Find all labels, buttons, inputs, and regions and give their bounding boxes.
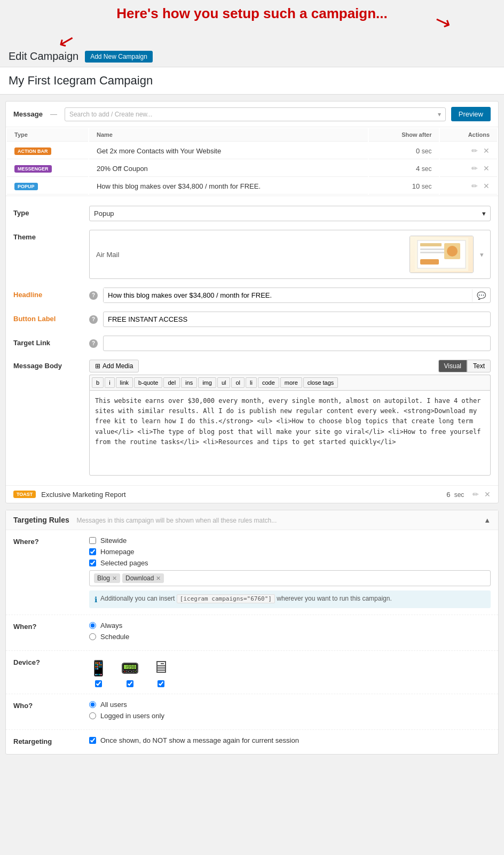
row-type: POPUP <box>7 178 88 195</box>
schedule-label[interactable]: Schedule <box>100 633 129 641</box>
desktop-col: 🖥 <box>152 657 169 687</box>
tablet-checkbox[interactable] <box>127 680 133 687</box>
logged-in-label[interactable]: Logged in users only <box>100 712 164 720</box>
delete-icon[interactable]: ✕ <box>483 146 490 155</box>
editor-btn-b[interactable]: b <box>92 377 104 388</box>
add-media-button[interactable]: ⊞ Add Media <box>89 360 139 372</box>
targeting-title: Targeting Rules <box>13 516 69 524</box>
editor-btn-img[interactable]: img <box>198 377 216 388</box>
target-link-help-icon[interactable]: ? <box>89 339 98 348</box>
desktop-checkbox[interactable] <box>158 680 164 687</box>
svg-rect-4 <box>420 252 447 253</box>
theme-preview-image <box>410 236 474 273</box>
editor-toolbar: bilinkb-quotedelinsimgulollicodemoreclos… <box>89 375 491 390</box>
headline-input[interactable] <box>104 288 472 302</box>
theme-preview-svg <box>415 238 468 271</box>
button-label-input[interactable] <box>103 312 491 327</box>
theme-select[interactable]: Air Mail <box>89 230 491 279</box>
retargeting-checkbox[interactable] <box>89 737 96 744</box>
device-label: Device? <box>13 657 83 666</box>
headline-help-icon[interactable]: ? <box>89 291 98 300</box>
toast-row: TOAST Exclusive Marketing Report 6 sec ✏… <box>6 485 498 503</box>
row-show-after: 0 sec <box>369 143 439 159</box>
delete-icon[interactable]: ✕ <box>483 182 490 190</box>
message-body-row: Message Body ⊞ Add Media Visual Text bil… <box>6 355 498 480</box>
logged-in-radio[interactable] <box>89 712 96 719</box>
svg-rect-2 <box>420 243 442 246</box>
editor-btn-ol[interactable]: ol <box>231 377 245 388</box>
tag-blog-label: Blog <box>97 574 110 582</box>
schedule-row: Schedule <box>89 633 491 641</box>
target-link-input[interactable] <box>103 336 491 351</box>
editor-btn-close-tags[interactable]: close tags <box>303 377 338 388</box>
type-select[interactable]: Popup ▾ <box>89 206 491 221</box>
sitewide-label[interactable]: Sitewide <box>100 537 127 545</box>
tag-download-remove[interactable]: ✕ <box>156 575 161 582</box>
sitewide-checkbox[interactable] <box>89 537 96 544</box>
add-new-campaign-button[interactable]: Add New Campaign <box>85 51 153 63</box>
editor-btn-i[interactable]: i <box>105 377 114 388</box>
editor-btn-more[interactable]: more <box>280 377 302 388</box>
tag-download-label: Download <box>125 574 154 582</box>
code-snippet: [icegram campaigns="6760"] <box>177 594 275 603</box>
annotation-text: Here's how you setup such a campaign... <box>0 5 504 22</box>
mobile-checkbox[interactable] <box>95 680 102 687</box>
edit-icon[interactable]: ✏ <box>471 164 478 173</box>
theme-arrow: ▾ <box>480 251 484 259</box>
editor-btn-b-quote[interactable]: b-quote <box>134 377 162 388</box>
campaign-name: My First Icegram Campaign <box>9 74 153 87</box>
preview-button[interactable]: Preview <box>451 107 491 121</box>
retargeting-text[interactable]: Once shown, do NOT show a message again … <box>100 736 299 744</box>
row-name: 20% Off Coupon <box>89 160 368 177</box>
editor-btn-link[interactable]: link <box>116 377 133 388</box>
editor-btn-code[interactable]: code <box>258 377 279 388</box>
schedule-radio[interactable] <box>89 633 96 640</box>
where-row: Where? Sitewide Homepage Selected pages … <box>6 530 498 615</box>
homepage-label[interactable]: Homepage <box>100 548 135 556</box>
device-row: Device? 📱 📟 🖥 <box>6 651 498 694</box>
always-radio[interactable] <box>89 622 96 629</box>
headline-emoji-icon[interactable]: 💬 <box>472 289 490 302</box>
when-options: Always Schedule <box>89 621 491 644</box>
tag-download: Download ✕ <box>122 573 164 583</box>
toast-edit-icon[interactable]: ✏ <box>472 490 479 499</box>
all-users-radio[interactable] <box>89 701 96 708</box>
selected-pages-label[interactable]: Selected pages <box>100 559 148 567</box>
dropdown-arrow-icon: ▾ <box>438 111 441 118</box>
button-label-help-icon[interactable]: ? <box>89 315 98 324</box>
edit-icon[interactable]: ✏ <box>471 146 478 155</box>
desktop-icon: 🖥 <box>152 657 169 677</box>
editor-btn-li[interactable]: li <box>246 377 257 388</box>
always-label[interactable]: Always <box>100 621 122 629</box>
svg-point-6 <box>447 246 458 256</box>
where-options: Sitewide Homepage Selected pages Blog ✕ … <box>89 537 491 608</box>
device-options: 📱 📟 🖥 <box>89 657 491 687</box>
visual-btn[interactable]: Visual <box>438 360 467 372</box>
collapse-icon[interactable]: ▲ <box>484 516 491 524</box>
retargeting-options: Once shown, do NOT show a message again … <box>89 736 491 748</box>
tag-blog-remove[interactable]: ✕ <box>112 575 117 582</box>
editor-btn-ul[interactable]: ul <box>217 377 231 388</box>
text-btn[interactable]: Text <box>467 360 491 372</box>
editor-area[interactable]: This website earns over $30,000 every mo… <box>89 390 491 476</box>
all-users-label[interactable]: All users <box>100 701 127 709</box>
row-show-after: 4 sec <box>369 160 439 177</box>
homepage-checkbox[interactable] <box>89 548 96 555</box>
svg-rect-7 <box>420 259 439 265</box>
headline-control: ? 💬 <box>89 287 491 303</box>
where-label: Where? <box>13 537 83 546</box>
delete-icon[interactable]: ✕ <box>483 164 490 173</box>
headline-label: Headline <box>13 287 83 299</box>
theme-row: Theme Air Mail <box>6 226 498 283</box>
editor-btn-del[interactable]: del <box>163 377 180 388</box>
editor-btn-ins[interactable]: ins <box>181 377 197 388</box>
message-search-dropdown[interactable]: Search to add / Create new... ▾ <box>65 107 446 121</box>
targeting-section: Targeting Rules Messages in this campaig… <box>5 510 499 755</box>
form-section: Type Popup ▾ Theme Air Mail <box>6 196 498 485</box>
toast-delete-icon[interactable]: ✕ <box>484 490 491 499</box>
info-content: Additionally you can insert [icegram cam… <box>100 595 392 602</box>
edit-icon[interactable]: ✏ <box>471 182 478 190</box>
theme-control: Air Mail <box>89 230 491 279</box>
row-type: MESSENGER <box>7 160 88 177</box>
selected-pages-checkbox[interactable] <box>89 559 96 566</box>
